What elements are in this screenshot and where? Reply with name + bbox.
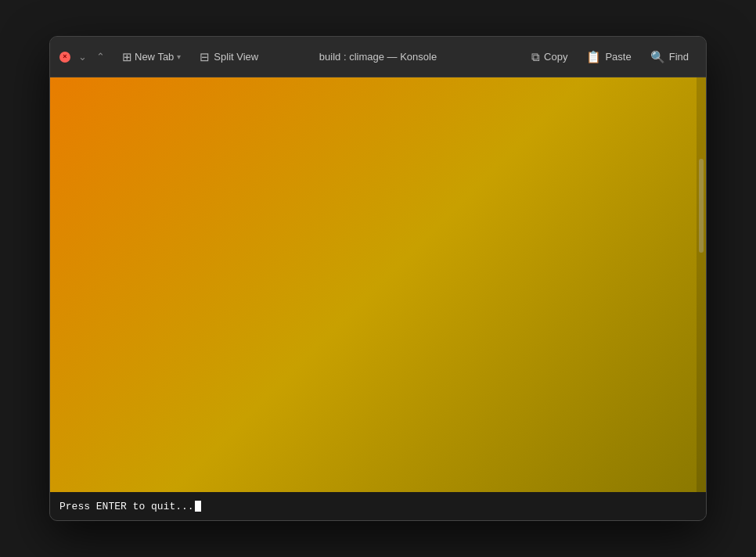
konsole-window: ⌄ ⌃ ⊞ New Tab ▾ ⊟ Split View build : cli…	[49, 36, 707, 521]
close-button[interactable]	[59, 52, 70, 63]
paste-icon: 📋	[586, 50, 601, 64]
find-label: Find	[669, 51, 689, 63]
scrollbar[interactable]	[697, 77, 706, 492]
window-title: build : climage — Konsole	[319, 51, 437, 63]
new-tab-button[interactable]: ⊞ New Tab ▾	[114, 46, 189, 68]
terminal-area[interactable]: Press ENTER to quit...	[50, 77, 706, 520]
chevron-up-icon: ⌃	[96, 51, 105, 63]
toolbar-right: ⧉ Copy 📋 Paste 🔍 Find	[524, 46, 697, 68]
chevron-down-button[interactable]: ⌄	[75, 49, 90, 64]
window-controls	[59, 52, 70, 63]
chevron-buttons: ⌄ ⌃	[75, 49, 108, 64]
chevron-down-icon: ⌄	[78, 51, 87, 63]
split-view-button[interactable]: ⊟ Split View	[192, 46, 266, 68]
copy-icon: ⧉	[531, 50, 540, 64]
copy-label: Copy	[544, 51, 567, 63]
new-tab-dropdown-icon: ▾	[177, 52, 181, 61]
prompt-text: Press ENTER to quit...	[59, 501, 194, 512]
paste-label: Paste	[605, 51, 631, 63]
titlebar: ⌄ ⌃ ⊞ New Tab ▾ ⊟ Split View build : cli…	[50, 37, 706, 77]
new-tab-label: New Tab	[135, 51, 174, 63]
terminal-cursor	[195, 501, 201, 512]
split-view-label: Split View	[214, 51, 258, 63]
find-icon: 🔍	[650, 50, 665, 64]
toolbar-left: ⊞ New Tab ▾ ⊟ Split View	[114, 46, 266, 68]
find-button[interactable]: 🔍 Find	[643, 46, 697, 68]
paste-button[interactable]: 📋 Paste	[578, 46, 639, 68]
split-view-icon: ⊟	[200, 50, 210, 64]
chevron-up-button[interactable]: ⌃	[93, 49, 108, 64]
terminal-footer: Press ENTER to quit...	[50, 492, 706, 520]
scrollbar-thumb	[699, 159, 704, 253]
terminal-prompt: Press ENTER to quit...	[59, 501, 201, 512]
new-tab-icon: ⊞	[122, 50, 132, 64]
copy-button[interactable]: ⧉ Copy	[524, 46, 575, 68]
terminal-canvas	[50, 77, 706, 492]
